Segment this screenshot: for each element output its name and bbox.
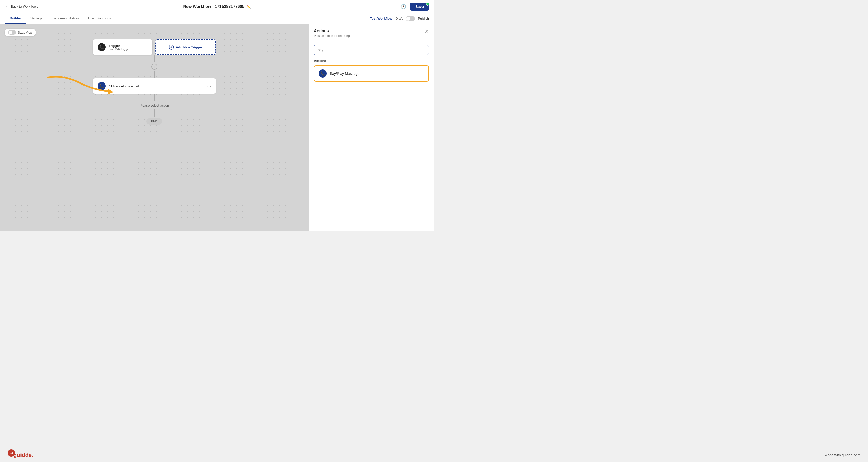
connector-line-1 [154, 55, 155, 62]
header: ← Back to Workflows New Workflow : 17152… [0, 0, 434, 13]
connector-line-2 [154, 71, 155, 79]
header-center: New Workflow : 1715283177605 ✏️ [183, 4, 251, 9]
stats-toggle-switch[interactable] [8, 30, 16, 35]
save-button[interactable]: Save [410, 3, 429, 11]
panel-body: Actions 📞 Say/Play Message [309, 41, 434, 231]
trigger-text: Trigger Start IVR Trigger [109, 44, 130, 51]
action-node-label: #1 Record voicemail [109, 84, 204, 88]
trigger-name: Trigger [109, 44, 130, 48]
nav-tabs: Builder Settings Enrollment History Exec… [0, 13, 434, 24]
clock-icon[interactable]: 🕐 [400, 4, 406, 9]
edit-icon[interactable]: ✏️ [246, 5, 251, 9]
draft-toggle[interactable] [406, 16, 415, 21]
say-play-message-icon: 📞 [318, 69, 327, 78]
add-trigger-node[interactable]: + Add New Trigger [155, 39, 216, 55]
trigger-subtitle: Start IVR Trigger [109, 48, 130, 51]
workflow-title: New Workflow : 1715283177605 [183, 4, 245, 9]
main-content: Stats View 📞 Trigger Start IVR Trigger +… [0, 24, 434, 231]
back-to-workflows-link[interactable]: Back to Workflows [11, 5, 38, 8]
back-arrow-icon: ← [5, 4, 9, 9]
action-node-more-icon[interactable]: ⋯ [207, 84, 211, 89]
tab-settings[interactable]: Settings [26, 14, 47, 24]
tab-enrollment-history[interactable]: Enrollment History [47, 14, 84, 24]
connector-line-4 [154, 110, 155, 117]
trigger-row: 📞 Trigger Start IVR Trigger + Add New Tr… [93, 39, 216, 55]
stats-view-toggle[interactable]: Stats View [5, 29, 36, 36]
add-trigger-label: Add New Trigger [176, 45, 202, 49]
search-actions-input[interactable] [314, 45, 429, 55]
panel-title: Actions [314, 29, 350, 33]
trigger-icon: 📞 [98, 43, 106, 51]
workflow-canvas[interactable]: Stats View 📞 Trigger Start IVR Trigger +… [0, 24, 309, 231]
panel-header: Actions Pick an action for this step ✕ [309, 24, 434, 41]
draft-label: Draft [395, 17, 403, 21]
nav-right: Test Workflow Draft Publish [370, 16, 429, 21]
action-node-icon: 📞 [98, 82, 106, 90]
tab-execution-logs[interactable]: Execution Logs [84, 14, 116, 24]
actions-panel: Actions Pick an action for this step ✕ A… [309, 24, 434, 231]
say-play-message-label: Say/Play Message [330, 71, 360, 75]
panel-header-text: Actions Pick an action for this step [314, 29, 350, 38]
publish-label: Publish [418, 17, 429, 21]
end-node: END [147, 118, 162, 125]
add-trigger-plus-icon: + [169, 44, 174, 50]
connector-line-3 [154, 94, 155, 101]
workflow-nodes: 📞 Trigger Start IVR Trigger + Add New Tr… [93, 39, 216, 125]
panel-subtitle: Pick an action for this step [314, 34, 350, 38]
tab-builder[interactable]: Builder [5, 14, 26, 24]
add-step-button[interactable]: + [151, 63, 157, 70]
panel-close-button[interactable]: ✕ [425, 29, 429, 34]
select-action-text: Please select action [140, 103, 169, 107]
tabs-container: Builder Settings Enrollment History Exec… [5, 14, 116, 24]
header-right: 🕐 Save [400, 3, 429, 11]
action-node[interactable]: 📞 #1 Record voicemail ⋯ [93, 79, 216, 94]
trigger-node[interactable]: 📞 Trigger Start IVR Trigger [93, 39, 152, 55]
test-workflow-button[interactable]: Test Workflow [370, 17, 393, 21]
stats-view-label: Stats View [18, 31, 32, 34]
header-left: ← Back to Workflows [5, 4, 38, 9]
say-play-message-action-item[interactable]: 📞 Say/Play Message [314, 65, 429, 82]
actions-section-label: Actions [314, 59, 429, 63]
